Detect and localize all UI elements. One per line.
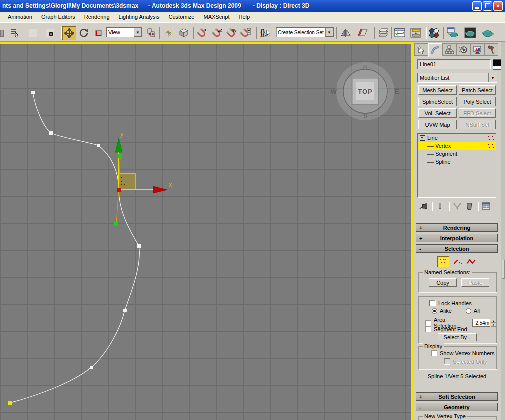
quick-render-button[interactable] (481, 26, 494, 40)
tab-modify[interactable] (428, 44, 442, 57)
lock-handles-checkbox[interactable] (429, 300, 436, 306)
vertex-subobject-button[interactable] (437, 256, 449, 268)
patch-select-button[interactable]: Patch Select (459, 86, 496, 95)
stack-item-line[interactable]: Line (418, 134, 496, 142)
restore-button[interactable] (483, 2, 492, 11)
viewport-canvas[interactable]: TOP N W E S y x (0, 42, 411, 420)
spline-curve[interactable] (10, 92, 139, 403)
rollout-geometry[interactable]: - Geometry (416, 403, 498, 412)
area-selection-checkbox[interactable] (425, 320, 431, 326)
menu-graph-editors[interactable]: Graph Editors (37, 13, 80, 21)
rollout-soft-selection[interactable]: + Soft Selection (416, 392, 498, 401)
configure-modifier-sets-button[interactable] (480, 202, 492, 212)
compass-east-label[interactable]: E (395, 88, 399, 96)
spinner-snap-button[interactable] (239, 26, 252, 40)
top-viewport[interactable]: TOP N W E S y x (0, 42, 413, 420)
spline-select-button[interactable]: SplineSelect (418, 97, 457, 106)
tab-create[interactable] (414, 44, 428, 56)
reference-coordinate-system-dropdown[interactable]: View ▼ (106, 28, 142, 38)
menu-animation[interactable]: Animation (3, 13, 37, 21)
object-name-field[interactable]: Line01 (417, 60, 491, 70)
rollout-selection[interactable]: - Selection (416, 244, 498, 253)
tab-utilities[interactable] (484, 44, 498, 56)
align-button[interactable] (356, 26, 369, 40)
uvw-map-button[interactable]: UVW Map (418, 120, 457, 130)
compass-south-label[interactable]: S (363, 112, 368, 120)
rectangular-selection-region-button[interactable] (26, 26, 39, 40)
angle-snap-button[interactable] (211, 26, 224, 40)
keyboard-shortcut-override-button[interactable] (177, 26, 190, 40)
spinner-arrows[interactable]: ▲▼ (491, 319, 496, 327)
command-panel-scrollbar[interactable] (501, 42, 505, 420)
window-crossing-toggle-button[interactable] (43, 26, 56, 40)
stack-item-spline[interactable]: Spline (418, 158, 496, 166)
spinner-down-icon[interactable]: ▼ (491, 323, 496, 327)
stack-item-segment[interactable]: Segment (418, 150, 496, 158)
compass-north-label[interactable]: N (363, 64, 367, 71)
select-and-move-button[interactable] (62, 26, 76, 40)
modifier-list-dropdown[interactable]: Modifier List ▼ (417, 73, 497, 83)
edit-named-selection-sets-button[interactable]: {} ABC (259, 26, 272, 40)
close-button[interactable]: × (493, 2, 503, 11)
snaps-toggle-button[interactable]: 3 (196, 26, 209, 40)
vol-select-button[interactable]: Vol. Select (418, 108, 457, 118)
spline-subobject-button[interactable] (466, 257, 477, 267)
select-and-rotate-button[interactable] (77, 26, 90, 40)
copy-button[interactable]: Copy (429, 278, 457, 287)
tab-display[interactable] (470, 44, 484, 56)
gizmo-y-arrowhead[interactable] (115, 138, 122, 152)
show-end-result-button[interactable] (434, 202, 446, 212)
viewcube-top-label[interactable]: TOP (358, 88, 373, 96)
render-setup-button[interactable] (446, 26, 459, 40)
percent-snap-button[interactable]: % (225, 26, 238, 40)
select-by-name-button[interactable] (8, 26, 21, 40)
vertex-marker[interactable] (137, 244, 141, 248)
view-cube[interactable]: TOP N W E S (331, 62, 399, 120)
menu-customize[interactable]: Customize (164, 13, 199, 21)
minimize-button[interactable] (472, 2, 482, 11)
all-radio[interactable] (466, 308, 471, 314)
select-and-manipulate-button[interactable] (162, 26, 175, 40)
select-by-button[interactable]: Select By... (438, 334, 477, 342)
selected-vertex-marker[interactable] (117, 188, 121, 192)
mirror-button[interactable] (339, 26, 352, 40)
menu-lighting-analysis[interactable]: Lighting Analysis (114, 13, 164, 21)
vertex-marker[interactable] (123, 309, 127, 312)
material-editor-button[interactable] (427, 26, 440, 40)
bezier-handle-out[interactable] (114, 222, 118, 226)
alike-radio[interactable] (432, 308, 437, 314)
menu-maxscript[interactable]: MAXScript (199, 13, 234, 21)
pin-stack-button[interactable] (417, 202, 429, 212)
rollout-interpolation[interactable]: + Interpolation (416, 234, 498, 242)
vertex-marker[interactable] (97, 144, 100, 148)
named-selection-set-dropdown[interactable]: Create Selection Set ▼ (276, 28, 334, 38)
vertex-marker[interactable] (90, 366, 93, 370)
select-and-scale-button[interactable] (92, 26, 105, 40)
scrollbar-handle[interactable] (502, 260, 505, 279)
bezier-handle-in[interactable] (118, 154, 122, 158)
move-gizmo[interactable]: y x (115, 131, 172, 194)
vertex-marker[interactable] (31, 91, 35, 94)
rollout-rendering[interactable]: + Rendering (416, 224, 498, 232)
spline-vertices[interactable] (8, 91, 141, 405)
mesh-select-button[interactable]: Mesh Select (418, 86, 457, 95)
layer-manager-button[interactable] (377, 26, 390, 40)
menu-help[interactable]: Help (234, 13, 254, 21)
rendered-frame-window-button[interactable] (464, 26, 477, 40)
gizmo-x-arrowhead[interactable] (153, 186, 167, 194)
area-selection-spinner[interactable]: 2.54m ▲▼ (472, 319, 496, 327)
tab-hierarchy[interactable] (442, 44, 456, 56)
curve-editor-button[interactable] (393, 26, 406, 40)
spinner-up-icon[interactable]: ▲ (491, 319, 496, 323)
collapse-minus-icon[interactable] (420, 136, 425, 141)
compass-west-label[interactable]: W (331, 88, 337, 96)
segment-subobject-button[interactable] (452, 257, 463, 267)
menu-rendering[interactable]: Rendering (80, 13, 114, 21)
area-selection-value[interactable]: 2.54m (472, 319, 490, 327)
schematic-view-button[interactable] (409, 26, 422, 40)
use-pivot-point-center-button[interactable] (145, 26, 158, 40)
poly-select-button[interactable]: Poly Select (459, 97, 496, 106)
stack-item-vertex[interactable]: Vertex (418, 142, 496, 150)
show-vertex-numbers-checkbox[interactable] (431, 350, 437, 356)
first-vertex-marker[interactable] (8, 401, 12, 405)
